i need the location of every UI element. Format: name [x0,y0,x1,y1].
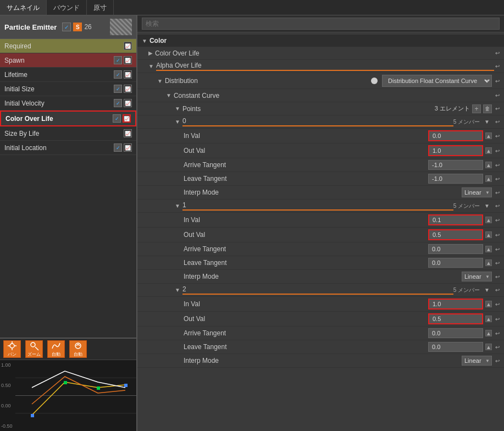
module-required[interactable]: Required 📈 [0,39,136,53]
collapse-icon[interactable]: ▼ [484,287,490,293]
module-check-icon[interactable]: ✓ [114,143,122,152]
point0-reset[interactable]: ↩ [495,119,500,125]
point0-leave-input[interactable] [428,174,483,184]
module-check-icon[interactable]: ✓ [114,56,122,64]
point1-outval-input[interactable] [428,229,483,240]
points-delete-button[interactable]: 🗑 [483,104,492,113]
module-color-over-life[interactable]: Color Over Life ✓ 📈 [0,110,136,126]
point0-leave-arrow[interactable]: ▲ [485,175,492,182]
module-initial-size[interactable]: Initial Size ✓ 📈 [0,82,136,96]
point0-members: 5 メンバー ▼ ↩ [453,118,500,126]
module-graph-icon[interactable]: 📈 [124,56,132,64]
module-graph-icon[interactable]: 📈 [124,70,132,79]
point2-leave-reset[interactable]: ↩ [495,344,500,350]
auto-tool-button[interactable]: 自動 [47,340,65,358]
point2-outval-arrow[interactable]: ▲ [485,316,492,322]
module-size-by-life[interactable]: Size By Life 📈 [0,126,136,141]
point1-reset[interactable]: ↩ [495,203,500,209]
zoom-tool-button[interactable]: ズーム [25,340,43,358]
constant-curve-reset[interactable]: ↩ [495,92,500,98]
point0-outval-input[interactable] [428,145,483,156]
point2-arrive-reset[interactable]: ↩ [495,330,500,336]
point2-leave-arrow[interactable]: ▲ [485,344,492,350]
module-graph-icon[interactable]: 📈 [124,99,132,107]
module-check-icon[interactable]: ✓ [114,70,122,79]
point0-leave-reset[interactable]: ↩ [495,176,500,182]
module-initial-location[interactable]: Initial Location ✓ 📈 [0,141,136,155]
point1-arrive-reset[interactable]: ↩ [495,246,500,252]
module-graph-icon[interactable]: 📈 [123,114,131,123]
tab-original[interactable]: 原寸 [87,0,114,15]
point2-inval-input[interactable] [428,299,483,310]
collapse-icon[interactable]: ▼ [484,119,490,125]
point0-inval-arrow[interactable]: ▲ [485,132,492,139]
point1-arrive-arrow[interactable]: ▲ [485,246,492,252]
point1-outval-reset[interactable]: ↩ [495,232,500,238]
point0-outval-arrow[interactable]: ▲ [485,147,492,154]
point2-leave-input[interactable] [428,342,483,352]
tab-bound[interactable]: バウンド [47,0,87,15]
point0-inval-input[interactable] [428,130,483,141]
module-graph-icon[interactable]: 📈 [124,143,132,152]
tab-thumbnail[interactable]: サムネイル [0,0,47,15]
point1-interp-dropdown[interactable]: Linear [462,272,492,281]
module-graph-icon[interactable]: 📈 [124,85,132,93]
point1-header-row[interactable]: ▼ 1 5 メンバー ▼ ↩ [137,200,504,213]
curve-y-4: -0.50 [1,423,13,429]
point1-leave-arrow[interactable]: ▲ [485,259,492,266]
point2-interp-reset[interactable]: ↩ [495,358,500,364]
module-check-icon[interactable]: ✓ [114,99,122,107]
module-check-icon[interactable]: ✓ [113,114,121,123]
point2-inval-reset[interactable]: ↩ [495,301,500,307]
alpha-over-life-row[interactable]: ▼ Alpha Over Life ↩ [137,60,504,73]
point2-arrive-input[interactable] [428,328,483,338]
point2-arrive-arrow[interactable]: ▲ [485,330,492,336]
point1-leave-input[interactable] [428,258,483,268]
point1-inval-reset[interactable]: ↩ [495,217,500,223]
module-initial-velocity[interactable]: Initial Velocity ✓ 📈 [0,96,136,110]
point2-inval-arrow[interactable]: ▲ [485,301,492,307]
point1-interp-reset[interactable]: ↩ [495,274,500,280]
point0-outval-reset[interactable]: ↩ [495,148,500,154]
color-over-life-reset[interactable]: ↩ [495,50,500,56]
distribution-dropdown[interactable]: Distribution Float Constant Curve [382,75,492,87]
points-add-button[interactable]: + [472,104,481,113]
module-lifetime[interactable]: Lifetime ✓ 📈 [0,68,136,82]
point2-header-row[interactable]: ▼ 2 5 メンバー ▼ ↩ [137,284,504,297]
point0-arrive-arrow[interactable]: ▲ [485,162,492,168]
point0-arrive-input[interactable] [428,160,483,170]
point1-inval-arrow[interactable]: ▲ [485,217,492,223]
search-input[interactable] [142,18,500,30]
point1-outval-arrow[interactable]: ▲ [485,231,492,238]
point0-inval-reset[interactable]: ↩ [495,133,500,139]
auto2-tool-button[interactable]: 自動 [69,340,87,358]
point0-header-row[interactable]: ▼ 0 5 メンバー ▼ ↩ [137,115,504,129]
color-over-life-row[interactable]: ▶ Color Over Life ↩ [137,47,504,60]
point2-outval-input[interactable] [428,313,483,324]
point0-inval-label: In Val [184,132,428,140]
pan-tool-button[interactable]: パン [3,340,21,358]
points-reset[interactable]: ↩ [495,106,500,112]
point1-leave-reset[interactable]: ↩ [495,260,500,266]
collapse-icon[interactable]: ▼ [484,203,490,209]
point2-reset[interactable]: ↩ [495,287,500,293]
module-graph-icon[interactable]: 📈 [124,42,132,50]
module-check-icon[interactable]: ✓ [114,85,122,93]
point1-arrive-input[interactable] [428,244,483,254]
point0-interp-dropdown[interactable]: Linear [462,187,492,197]
module-graph-icon[interactable]: 📈 [124,129,132,137]
alpha-over-life-reset[interactable]: ↩ [495,63,500,69]
point2-interp-dropdown[interactable]: Linear [462,356,492,366]
module-spawn[interactable]: Spawn ✓ 📈 [0,53,136,68]
distribution-reset[interactable]: ↩ [495,78,500,84]
color-section-header[interactable]: ▼ Color [137,35,504,47]
point1-interp-value: Linear ↩ [462,272,500,281]
point0-arrive-reset[interactable]: ↩ [495,162,500,168]
emitter-check[interactable]: ✓ [62,23,71,31]
point1-inval-input[interactable] [428,214,483,225]
point2-outval-reset[interactable]: ↩ [495,316,500,322]
triangle-icon: ▼ [142,38,147,44]
point0-interp-reset[interactable]: ↩ [495,190,500,196]
module-list: Required 📈 Spawn ✓ 📈 Lifetime ✓ 📈 [0,39,136,338]
constant-curve-row[interactable]: ▼ Constant Curve ↩ [137,89,504,102]
